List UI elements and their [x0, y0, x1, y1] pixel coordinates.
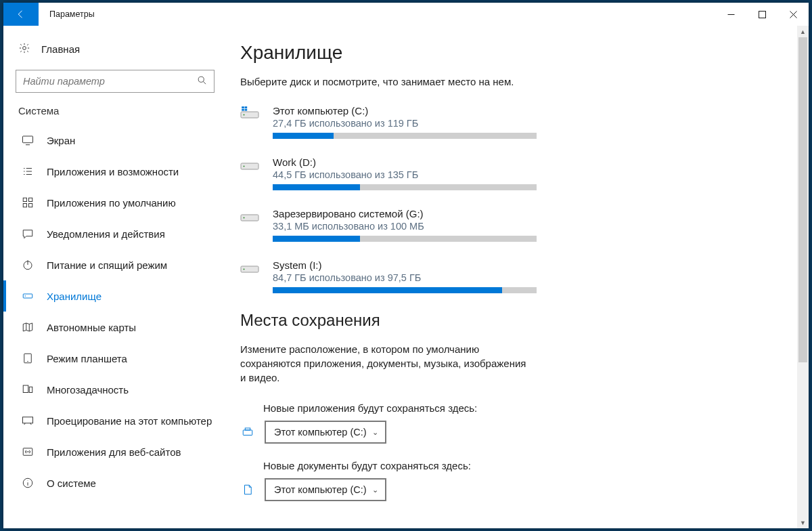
save-row-documents: Новые документы будут сохраняться здесь:…	[240, 460, 795, 501]
drives-list: Этот компьютер (C:)27,4 ГБ использовано …	[240, 105, 795, 293]
window-body: Главная Система Экран Приложения и возмо…	[3, 26, 809, 528]
drive-usage: 27,4 ГБ использовано из 119 ГБ	[273, 118, 537, 129]
link-icon	[21, 446, 35, 458]
map-icon	[21, 321, 35, 333]
page-subtitle: Выберите диск и посмотрите, что занимает…	[240, 76, 795, 87]
scroll-up-button[interactable]: ▲	[797, 26, 809, 37]
close-button[interactable]	[777, 3, 809, 26]
main-content: Хранилище Выберите диск и посмотрите, чт…	[221, 26, 809, 528]
drive-item[interactable]: Этот компьютер (C:)27,4 ГБ использовано …	[240, 105, 795, 139]
sidebar-item-label: Питание и спящий режим	[47, 259, 167, 271]
svg-rect-18	[29, 204, 32, 207]
window-title: Параметры	[39, 3, 715, 26]
sidebar-item-default-apps[interactable]: Приложения по умолчанию	[3, 187, 221, 218]
sidebar-item-projecting[interactable]: Проецирование на этот компьютер	[3, 405, 221, 436]
multitask-icon	[21, 383, 35, 396]
sidebar-item-multitasking[interactable]: Многозадачность	[3, 374, 221, 405]
drive-item[interactable]: Work (D:)44,5 ГБ использовано из 135 ГБ	[240, 156, 795, 190]
sidebar-item-label: Приложения для веб-сайтов	[47, 446, 181, 458]
scrollbar[interactable]: ▲ ▼	[797, 26, 809, 528]
svg-point-4	[23, 47, 26, 50]
sidebar-item-label: Экран	[47, 135, 75, 146]
settings-window: Параметры Главная Система	[3, 3, 809, 528]
sidebar-item-web-apps[interactable]: Приложения для веб-сайтов	[3, 436, 221, 467]
sidebar-item-about[interactable]: О системе	[3, 467, 221, 498]
sidebar-item-label: О системе	[47, 477, 96, 489]
sidebar-item-storage[interactable]: Хранилище	[3, 280, 221, 312]
sidebar-item-label: Уведомления и действия	[47, 228, 165, 240]
drive-usage: 84,7 ГБ использовано из 97,5 ГБ	[273, 272, 537, 283]
drive-icon	[240, 208, 261, 242]
sidebar-item-label: Многозадачность	[47, 384, 129, 396]
svg-rect-15	[23, 198, 26, 201]
document-icon	[240, 484, 255, 496]
svg-rect-36	[242, 106, 244, 108]
dropdown-value: Этот компьютер (C:)	[274, 484, 367, 495]
search-input[interactable]	[16, 70, 215, 93]
svg-rect-29	[23, 417, 33, 423]
svg-point-5	[198, 77, 204, 82]
svg-rect-39	[245, 109, 248, 111]
sidebar-item-label: Автономные карты	[47, 322, 136, 333]
sidebar-item-label: Хранилище	[47, 291, 102, 302]
drive-icon	[240, 156, 261, 190]
drive-icon	[240, 105, 261, 139]
sidebar-item-label: Приложения и возможности	[47, 166, 179, 177]
apps-icon	[240, 426, 255, 438]
drive-name: Work (D:)	[273, 156, 537, 168]
drive-bar	[273, 287, 537, 293]
save-locations-title: Места сохранения	[240, 311, 795, 330]
sidebar-home[interactable]: Главная	[3, 37, 221, 62]
chevron-down-icon: ⌄	[372, 486, 378, 494]
save-dropdown-documents[interactable]: Этот компьютер (C:) ⌄	[265, 478, 386, 501]
drive-item[interactable]: System (I:)84,7 ГБ использовано из 97,5 …	[240, 259, 795, 293]
save-row-apps: Новые приложения будут сохраняться здесь…	[240, 402, 795, 444]
back-button[interactable]	[3, 3, 39, 26]
svg-rect-17	[23, 204, 26, 207]
page-title: Хранилище	[240, 42, 795, 64]
drive-name: Зарезервировано системой (G:)	[273, 208, 537, 219]
scroll-thumb[interactable]	[798, 37, 807, 362]
scroll-down-button[interactable]: ▼	[797, 517, 809, 528]
svg-point-43	[244, 217, 245, 219]
svg-point-33	[28, 480, 28, 481]
sidebar-item-maps[interactable]: Автономные карты	[3, 312, 221, 343]
svg-point-41	[244, 166, 245, 167]
window-controls	[715, 3, 809, 26]
sidebar-item-notifications[interactable]: Уведомления и действия	[3, 218, 221, 249]
sidebar-section-label: Система	[3, 105, 221, 121]
svg-rect-21	[23, 294, 32, 298]
svg-rect-37	[245, 106, 248, 108]
power-icon	[21, 259, 35, 271]
sidebar-item-tablet[interactable]: Режим планшета	[3, 343, 221, 374]
svg-point-22	[25, 295, 26, 297]
svg-rect-1	[759, 11, 765, 18]
svg-rect-7	[23, 136, 33, 143]
message-icon	[21, 228, 35, 240]
drive-icon	[240, 259, 261, 293]
drive-usage: 44,5 ГБ использовано из 135 ГБ	[273, 169, 537, 180]
save-label: Новые приложения будут сохраняться здесь…	[263, 402, 795, 414]
sidebar: Главная Система Экран Приложения и возмо…	[3, 26, 221, 528]
sidebar-item-display[interactable]: Экран	[3, 125, 221, 156]
minimize-button[interactable]	[715, 3, 746, 26]
search-field[interactable]	[23, 76, 197, 87]
drive-name: System (I:)	[273, 259, 537, 271]
search-icon	[197, 75, 207, 87]
chevron-down-icon: ⌄	[372, 428, 378, 437]
gear-icon	[18, 42, 30, 56]
list-icon	[21, 165, 35, 177]
monitor-icon	[21, 134, 35, 146]
svg-rect-46	[243, 430, 252, 436]
save-dropdown-apps[interactable]: Этот компьютер (C:) ⌄	[265, 421, 386, 444]
maximize-button[interactable]	[746, 3, 777, 26]
svg-rect-38	[242, 109, 244, 111]
tablet-icon	[21, 352, 35, 364]
svg-line-6	[203, 81, 206, 84]
drive-bar	[273, 236, 537, 242]
drive-name: Этот компьютер (C:)	[273, 105, 537, 116]
sidebar-item-power[interactable]: Питание и спящий режим	[3, 249, 221, 280]
drive-item[interactable]: Зарезервировано системой (G:)33,1 МБ исп…	[240, 208, 795, 242]
dropdown-value: Этот компьютер (C:)	[274, 427, 367, 438]
sidebar-item-apps[interactable]: Приложения и возможности	[3, 156, 221, 187]
